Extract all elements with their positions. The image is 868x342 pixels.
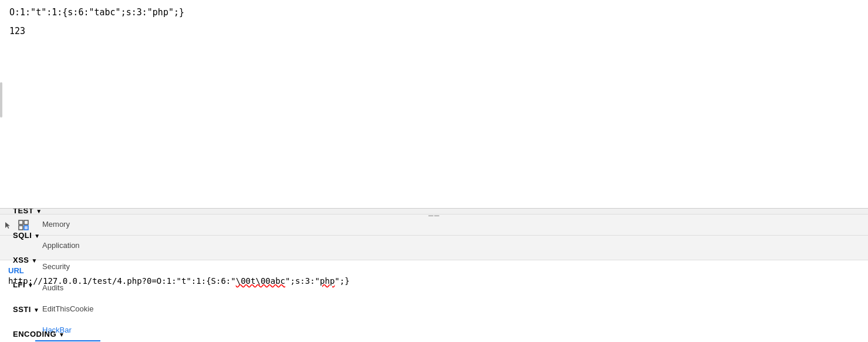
url-text-end: ";}: [335, 276, 349, 286]
url-bar: URL http://127.0.0.1/test/4.php?0=O:1:"t…: [0, 260, 868, 291]
toolbar-btn-encoding[interactable]: ENCODING▼: [5, 322, 73, 343]
url-text-underline2: php: [320, 276, 335, 286]
devtools-tab-bar: ConsoleSourcesElementsNetworkPerformance…: [0, 214, 868, 236]
content-line-1: O:1:"t":1:{s:6:"tabc";s:3:"php";}: [9, 7, 859, 18]
url-text-underline1: \00t\00abc: [236, 276, 285, 286]
hackbar-toolbar: LOADSPLITEXECUTETEST▼SQLI▼XSS▼LFI▼SSTI▼E…: [0, 236, 868, 260]
resize-handle[interactable]: ⎯⎯: [0, 209, 868, 214]
url-label: URL: [8, 266, 860, 275]
toolbar-btn-sqli[interactable]: SQLI▼: [5, 223, 49, 248]
content-line-2: 123: [9, 26, 859, 36]
url-text-rest: ";s:3:": [285, 276, 320, 286]
url-value: http://127.0.0.1/test/4.php?0=O:1:"t":1:…: [8, 276, 860, 286]
url-text: http://127.0.0.1/test/4.php?0=O:1:"t":1:…: [8, 276, 236, 286]
scroll-indicator: [0, 82, 2, 118]
toolbar-btn-ssti[interactable]: SSTI▼: [5, 297, 48, 322]
devtools-panel: ConsoleSourcesElementsNetworkPerformance…: [0, 214, 868, 291]
browser-content: O:1:"t":1:{s:6:"tabc";s:3:"php";} 123: [0, 0, 868, 209]
